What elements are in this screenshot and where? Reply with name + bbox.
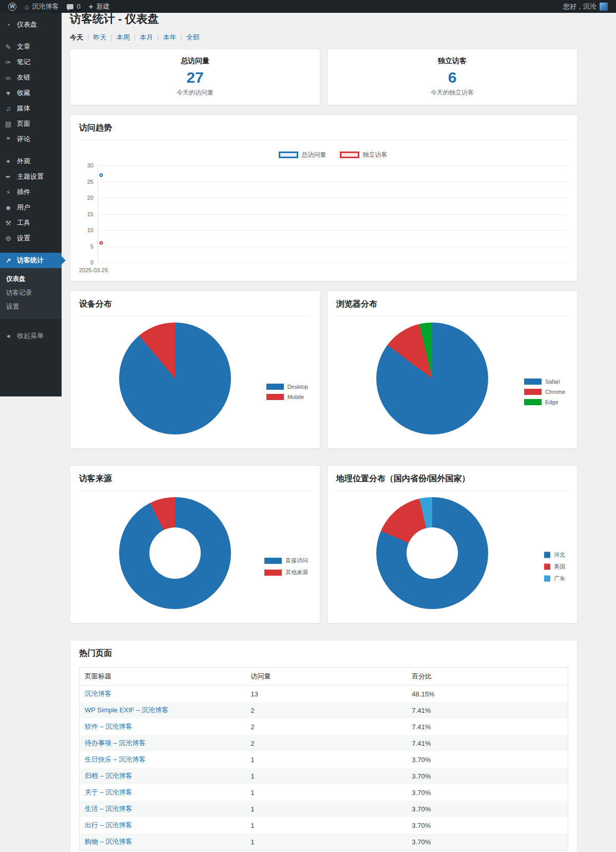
filter-today[interactable]: 今天 bbox=[70, 33, 83, 42]
sidebar-item-theme-settings[interactable]: ✒ 主题设置 bbox=[0, 169, 62, 184]
sidebar-item-users[interactable]: ☻ 用户 bbox=[0, 200, 62, 215]
new-content-link[interactable]: + 新建 bbox=[85, 0, 114, 13]
page-link[interactable]: WP Simple EXIF – 沉沦博客 bbox=[85, 706, 168, 714]
browser-legend-safari[interactable]: Safari bbox=[524, 378, 565, 385]
legend-label: Chrome bbox=[545, 389, 565, 395]
sidebar-item-posts[interactable]: ✎ 文章 bbox=[0, 39, 62, 54]
device-pie-chart[interactable] bbox=[119, 323, 231, 434]
menu-item-icon: ♫ bbox=[4, 105, 12, 112]
sidebar-item-media[interactable]: ♫ 媒体 bbox=[0, 101, 62, 116]
page-row-4: 生日快乐 – 沉沦博客 1 3.70% bbox=[80, 751, 568, 768]
geo-legend-usa[interactable]: 美国 bbox=[544, 563, 565, 571]
table-header-cell: 页面标题 bbox=[80, 668, 246, 686]
gridline bbox=[98, 230, 567, 231]
sidebar-item-visitor-stats[interactable]: ↗ 访客统计 bbox=[0, 253, 62, 268]
menu-item-icon: ✎ bbox=[4, 43, 12, 51]
filter-this-year[interactable]: 本年 bbox=[153, 33, 176, 42]
gridline bbox=[98, 182, 567, 182]
sidebar-subitem-stats-dashboard[interactable]: 仪表盘 bbox=[0, 272, 62, 286]
legend-swatch bbox=[266, 394, 284, 400]
page-row-3: 待办事项 – 沉沦博客 2 7.41% bbox=[80, 735, 568, 751]
page-row-2: 软件 – 沉沦博客 2 7.41% bbox=[80, 718, 568, 735]
geo-legend-hebei[interactable]: 河北 bbox=[544, 551, 565, 559]
wordpress-logo-link[interactable]: W bbox=[4, 0, 21, 13]
page-link[interactable]: 沉沦博客 bbox=[85, 690, 111, 697]
geo-donut-chart[interactable] bbox=[376, 497, 488, 609]
menu-item-label: 主题设置 bbox=[17, 172, 44, 181]
menu-item-icon: ∞ bbox=[4, 74, 12, 82]
legend-swatch bbox=[264, 558, 282, 564]
page-link[interactable]: 软件 – 沉沦博客 bbox=[85, 723, 132, 730]
sidebar-item-comments[interactable]: ❝ 评论 bbox=[0, 131, 62, 147]
trend-point-total[interactable] bbox=[100, 173, 103, 177]
gridline bbox=[98, 262, 567, 263]
sidebar-item-friend-links[interactable]: ∞ 友链 bbox=[0, 70, 62, 85]
browser-legend-edge[interactable]: Edge bbox=[524, 399, 565, 405]
comments-link[interactable]: 0 bbox=[63, 0, 84, 13]
legend-label: 广东 bbox=[554, 575, 565, 582]
page-row-6: 关于 – 沉沦博客 1 3.70% bbox=[80, 784, 568, 801]
sidebar-item-settings[interactable]: ⚙ 设置 bbox=[0, 231, 62, 246]
menu-item-icon: ✒ bbox=[4, 173, 12, 181]
greeting-label: 您好，沉沦 bbox=[563, 2, 596, 11]
menu-item-label: 用户 bbox=[17, 203, 30, 212]
sidebar-item-plugins[interactable]: ⚡ 插件 bbox=[0, 184, 62, 200]
page-row-9: 购物 – 沉沦博客 1 3.70% bbox=[80, 834, 568, 850]
sidebar-item-notes[interactable]: ✑ 笔记 bbox=[0, 54, 62, 70]
table-header-cell: 百分比 bbox=[407, 668, 568, 686]
page-link[interactable]: 关于 – 沉沦博客 bbox=[85, 788, 132, 796]
sidebar-item-dashboard[interactable]: ◔ 仪表盘 bbox=[0, 17, 62, 32]
source-donut-chart[interactable] bbox=[119, 497, 231, 609]
sidebar-subitem-visitor-records[interactable]: 访客记录 bbox=[0, 286, 62, 300]
trend-legend-total[interactable]: 总访问量 bbox=[279, 150, 326, 159]
page-link[interactable]: 购物 – 沉沦博客 bbox=[85, 838, 132, 845]
source-legend-direct[interactable]: 直接访问 bbox=[264, 557, 308, 564]
trend-plot[interactable]: 302520151050 bbox=[79, 165, 568, 262]
filter-yesterday[interactable]: 昨天 bbox=[83, 33, 106, 42]
menu-item-label: 收藏 bbox=[17, 88, 30, 98]
filter-all[interactable]: 全部 bbox=[177, 33, 200, 42]
page-percent: 7.41% bbox=[407, 735, 568, 751]
admin-menu: ◔ 仪表盘 ✎ 文章 ✑ 笔记 ∞ 友链 bbox=[0, 13, 62, 396]
page-row-7: 生活 – 沉沦博客 1 3.70% bbox=[80, 801, 568, 817]
trend-point-unique[interactable] bbox=[100, 241, 103, 245]
menu-item-icon: ❝ bbox=[4, 136, 12, 143]
sidebar-item-favorites[interactable]: ♥ 收藏 bbox=[0, 85, 62, 101]
site-name-link[interactable]: ⌂ 沉沦博客 bbox=[21, 0, 63, 13]
device-legend-desktop[interactable]: Desktop bbox=[266, 384, 308, 390]
page-link[interactable]: 归档 – 沉沦博客 bbox=[85, 772, 132, 780]
total-visits-card: 总访问量 27 今天的访问量 bbox=[70, 49, 320, 105]
menu-item-label: 外观 bbox=[17, 157, 30, 166]
legend-swatch bbox=[544, 552, 550, 558]
legend-label: Edge bbox=[545, 399, 559, 405]
menu-item-icon: ✦ bbox=[4, 158, 12, 165]
geo-legend: 河北 美国 广东 bbox=[544, 551, 565, 582]
page-link[interactable]: 出行 – 沉沦博客 bbox=[85, 821, 132, 829]
total-visits-title: 总访问量 bbox=[70, 56, 320, 66]
y-tick-label: 15 bbox=[79, 211, 93, 217]
collapse-menu-button[interactable]: ◄ 收起菜单 bbox=[0, 328, 62, 344]
menu-item-icon: ⚙ bbox=[4, 235, 12, 242]
browser-legend-chrome[interactable]: Chrome bbox=[524, 389, 565, 395]
trend-legend-unique[interactable]: 独立访客 bbox=[340, 150, 388, 159]
source-legend-other[interactable]: 其他来源 bbox=[264, 569, 308, 576]
browser-pie-chart[interactable] bbox=[376, 323, 488, 434]
admin-bar: W ⌂ 沉沦博客 0 + 新建 您好，沉沦 bbox=[0, 0, 616, 13]
page-link[interactable]: 生活 – 沉沦博客 bbox=[85, 805, 132, 812]
unique-visitors-value: 6 bbox=[328, 69, 577, 86]
device-legend-mobile[interactable]: Mobile bbox=[266, 394, 308, 400]
sidebar-item-appearance[interactable]: ✦ 外观 bbox=[0, 154, 62, 169]
sidebar-subitem-stats-settings[interactable]: 设置 bbox=[0, 300, 62, 314]
sidebar-item-pages[interactable]: ▤ 页面 bbox=[0, 116, 62, 131]
page-link[interactable]: 待办事项 – 沉沦博客 bbox=[85, 739, 145, 747]
menu-item-icon: ♥ bbox=[4, 89, 12, 97]
sidebar-item-tools[interactable]: ⚒ 工具 bbox=[0, 215, 62, 231]
y-tick-label: 20 bbox=[79, 195, 93, 201]
account-menu[interactable]: 您好，沉沦 bbox=[559, 2, 612, 11]
page-link[interactable]: 生日快乐 – 沉沦博客 bbox=[85, 755, 145, 763]
filter-this-month[interactable]: 本月 bbox=[130, 33, 153, 42]
total-visits-caption: 今天的访问量 bbox=[70, 88, 320, 97]
geo-legend-guangdong[interactable]: 广东 bbox=[544, 575, 565, 582]
page-percent: 7.41% bbox=[407, 718, 568, 735]
filter-this-week[interactable]: 本周 bbox=[106, 33, 129, 42]
